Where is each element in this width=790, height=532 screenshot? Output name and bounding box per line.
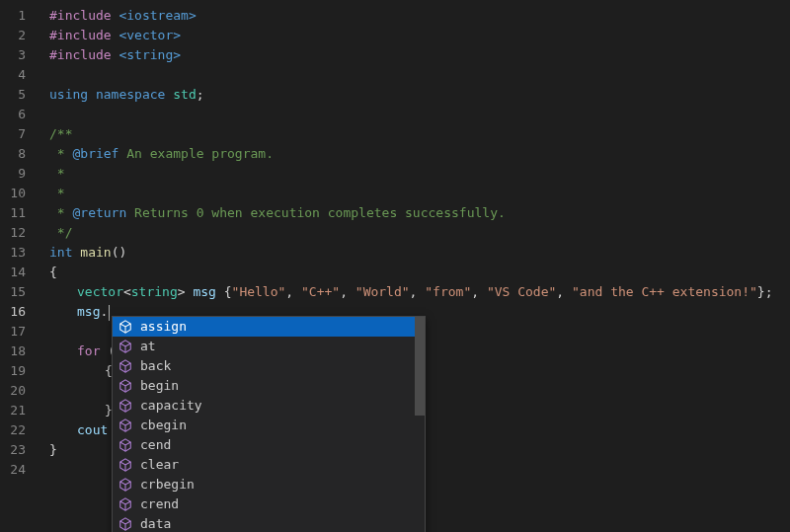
code-line[interactable]: { bbox=[49, 263, 790, 282]
suggestion-scrollbar[interactable] bbox=[415, 317, 425, 416]
suggestion-item[interactable]: crbegin bbox=[113, 475, 425, 494]
line-number: 20 bbox=[0, 381, 38, 401]
method-icon bbox=[117, 357, 134, 375]
method-icon bbox=[117, 495, 134, 513]
suggestion-item[interactable]: crend bbox=[113, 494, 425, 514]
method-icon bbox=[117, 377, 134, 395]
line-number: 12 bbox=[0, 223, 38, 243]
line-number: 14 bbox=[0, 263, 38, 282]
code-line[interactable]: #include <iostream> bbox=[49, 6, 790, 26]
suggestion-item[interactable]: cbegin bbox=[113, 416, 425, 435]
intellisense-popup[interactable]: assign at back begin capacity cbegin cen… bbox=[112, 316, 426, 532]
code-line[interactable]: * bbox=[49, 184, 790, 203]
line-number: 15 bbox=[0, 282, 38, 302]
suggestion-item[interactable]: back bbox=[113, 356, 425, 376]
method-icon bbox=[117, 436, 134, 454]
code-line[interactable]: * @brief An example program. bbox=[49, 144, 790, 164]
line-number-gutter: 1 2 3 4 5 6 7 8 9 10 11 12 13 14 15 16 1… bbox=[0, 0, 38, 532]
line-number: 22 bbox=[0, 420, 38, 440]
method-icon bbox=[117, 417, 134, 434]
code-line[interactable]: #include <vector> bbox=[49, 26, 790, 45]
method-icon bbox=[117, 338, 134, 355]
code-line[interactable]: int main() bbox=[49, 243, 790, 263]
line-number: 3 bbox=[0, 45, 38, 65]
line-number: 4 bbox=[0, 65, 38, 85]
method-icon bbox=[117, 397, 134, 415]
suggestion-label: crend bbox=[140, 494, 425, 514]
line-number: 19 bbox=[0, 361, 38, 381]
line-number: 23 bbox=[0, 440, 38, 460]
suggestion-label: cbegin bbox=[140, 416, 425, 435]
code-line[interactable]: * @return Returns 0 when execution compl… bbox=[49, 203, 790, 223]
line-number: 2 bbox=[0, 26, 38, 45]
suggestion-label: clear bbox=[140, 455, 425, 475]
code-line[interactable] bbox=[49, 65, 790, 85]
line-number: 16 bbox=[0, 302, 38, 322]
line-number: 17 bbox=[0, 322, 38, 342]
code-line[interactable]: * bbox=[49, 164, 790, 184]
line-number: 7 bbox=[0, 124, 38, 144]
line-number: 6 bbox=[0, 105, 38, 124]
method-icon bbox=[117, 476, 134, 494]
suggestion-item[interactable]: begin bbox=[113, 376, 425, 396]
line-number: 21 bbox=[0, 401, 38, 420]
suggestion-label: crbegin bbox=[140, 475, 425, 494]
code-line[interactable]: #include <string> bbox=[49, 45, 790, 65]
suggestion-label: capacity bbox=[140, 396, 425, 416]
line-number: 10 bbox=[0, 184, 38, 203]
line-number: 11 bbox=[0, 203, 38, 223]
line-number: 1 bbox=[0, 6, 38, 26]
suggestion-item[interactable]: assign bbox=[113, 317, 425, 337]
suggestion-label: data bbox=[140, 514, 425, 532]
suggestion-item[interactable]: clear bbox=[113, 455, 425, 475]
code-line[interactable]: vector<string> msg {"Hello", "C++", "Wor… bbox=[49, 282, 790, 302]
line-number: 8 bbox=[0, 144, 38, 164]
line-number: 9 bbox=[0, 164, 38, 184]
suggestion-label: cend bbox=[140, 435, 425, 455]
method-icon bbox=[117, 318, 134, 336]
code-line[interactable]: /** bbox=[49, 124, 790, 144]
suggestion-label: back bbox=[140, 356, 425, 376]
line-number: 18 bbox=[0, 342, 38, 361]
suggestion-item[interactable]: cend bbox=[113, 435, 425, 455]
code-line[interactable] bbox=[49, 105, 790, 124]
suggestion-item[interactable]: capacity bbox=[113, 396, 425, 416]
line-number: 13 bbox=[0, 243, 38, 263]
code-line[interactable]: */ bbox=[49, 223, 790, 243]
suggestion-item[interactable]: data bbox=[113, 514, 425, 532]
suggestion-label: assign bbox=[140, 317, 425, 337]
suggestion-label: begin bbox=[140, 376, 425, 396]
suggestion-item[interactable]: at bbox=[113, 337, 425, 356]
method-icon bbox=[117, 456, 134, 474]
code-line[interactable]: using namespace std; bbox=[49, 85, 790, 105]
suggestion-label: at bbox=[140, 337, 425, 356]
line-number: 5 bbox=[0, 85, 38, 105]
text-cursor bbox=[109, 305, 110, 321]
method-icon bbox=[117, 515, 134, 532]
line-number: 24 bbox=[0, 460, 38, 480]
